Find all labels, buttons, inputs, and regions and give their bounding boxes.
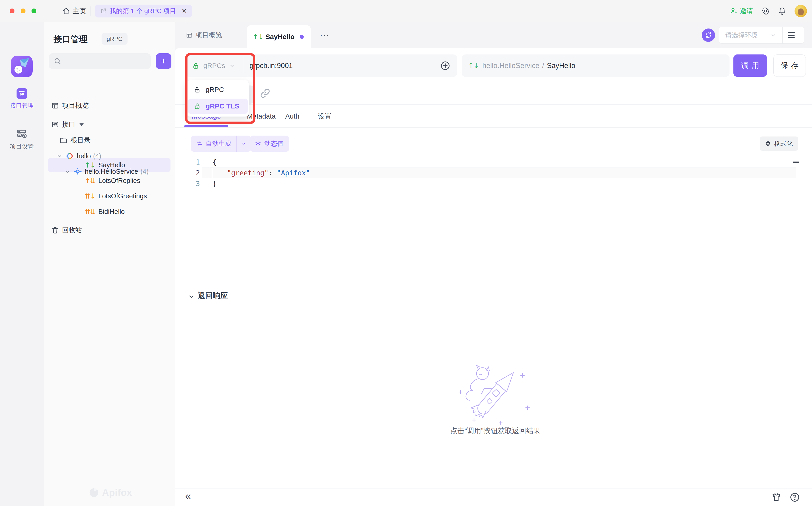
- circle-plus-icon[interactable]: [440, 61, 450, 71]
- tabs-more-button[interactable]: ···: [320, 22, 330, 48]
- add-api-button[interactable]: +: [156, 53, 171, 69]
- overview-grid-icon: [51, 102, 59, 110]
- trash-icon: [51, 226, 59, 234]
- main-area: 项目概览 ↑↓ SayHello ··· 请选择环境: [175, 22, 812, 506]
- notifications-bell-icon[interactable]: [778, 7, 786, 15]
- overview-grid-icon: [186, 32, 193, 38]
- rail-label-project-settings: 项目设置: [0, 143, 43, 151]
- save-button[interactable]: 保存: [774, 55, 806, 77]
- lock-icon: [194, 102, 201, 110]
- unary-arrows-icon: ↑↓: [468, 62, 479, 70]
- sidebar-item-project-overview[interactable]: 项目概览: [51, 99, 89, 113]
- user-avatar[interactable]: [795, 5, 807, 17]
- window-zoom-button[interactable]: [31, 8, 36, 13]
- app-rail: 接口管理 项目设置: [0, 22, 43, 506]
- response-section-title: 返回响应: [198, 290, 228, 301]
- path-slash: /: [542, 62, 544, 70]
- req-tab-settings[interactable]: 设置: [316, 107, 333, 125]
- sidebar-item-apis[interactable]: 接口: [51, 117, 84, 132]
- search-input[interactable]: [49, 53, 151, 69]
- text-cursor: [212, 168, 212, 178]
- tree-row-method-bidihello[interactable]: ⇈⇊ BidiHello: [85, 204, 125, 219]
- req-tab-auth[interactable]: Auth: [284, 107, 300, 125]
- rail-label-api-management: 接口管理: [0, 101, 43, 110]
- collapse-sidebar-icon[interactable]: «: [185, 490, 191, 502]
- trash-label: 回收站: [62, 226, 82, 235]
- sidebar-item-trash[interactable]: 回收站: [51, 223, 82, 237]
- client-streaming-arrows-icon: ⇈↓: [85, 192, 95, 200]
- format-button[interactable]: 格式化: [760, 137, 798, 151]
- titlebar: 主页 我的第 1 个 gRPC 项目 ✕ 邀请: [0, 0, 812, 22]
- tree-row-method-lotsofgreetings[interactable]: ⇈↓ LotsOfGreetings: [85, 189, 147, 203]
- tab-sayhello-active[interactable]: ↑↓ SayHello: [247, 25, 310, 48]
- autogenerate-button[interactable]: 自动生成: [191, 136, 251, 152]
- protocol-dropdown-trigger[interactable]: gRPCs: [185, 62, 243, 70]
- unsaved-dot: [300, 35, 304, 39]
- protocol-value: gRPCs: [203, 62, 225, 70]
- dropdown-option-grpc-tls[interactable]: gRPC TLS: [188, 99, 248, 114]
- invite-button[interactable]: 邀请: [730, 6, 753, 16]
- collapse-chevron-icon[interactable]: [188, 293, 195, 300]
- expand-chevron-icon[interactable]: [57, 153, 63, 159]
- root-folder-label: 根目录: [71, 136, 91, 145]
- project-tab[interactable]: 我的第 1 个 gRPC 项目 ✕: [95, 5, 192, 17]
- window-close-button[interactable]: [10, 8, 14, 13]
- service-method-field[interactable]: ↑↓ hello.HelloService / SayHello: [462, 55, 729, 77]
- line-number: 3: [187, 178, 200, 189]
- sync-button[interactable]: [702, 28, 715, 42]
- home-icon: [63, 7, 70, 15]
- search-icon: [54, 58, 61, 65]
- unary-arrows-icon: ↑↓: [253, 33, 263, 41]
- chevron-down-icon[interactable]: [237, 141, 251, 146]
- refresh-icon: [705, 31, 712, 39]
- line-number-active: 2: [187, 168, 200, 178]
- loop-arrows-icon: [195, 140, 203, 147]
- protocol-badge: gRPC: [102, 33, 127, 45]
- lock-icon: [192, 62, 199, 70]
- tree-row-root-folder[interactable]: 根目录: [59, 133, 91, 148]
- settings-gear-icon[interactable]: [761, 7, 770, 15]
- link-chain-icon[interactable]: [260, 88, 270, 98]
- dynamic-value-button[interactable]: 动态值: [250, 136, 289, 152]
- empty-state-illustration: [445, 357, 544, 429]
- expand-chevron-icon[interactable]: [65, 168, 71, 174]
- project-settings-icon: [0, 128, 43, 140]
- method-label: SayHello: [98, 161, 125, 169]
- layout-menu-icon[interactable]: [783, 32, 800, 38]
- chevron-down-icon: [229, 63, 235, 69]
- section-divider: [175, 286, 812, 286]
- apifox-watermark: Apifox: [89, 487, 132, 498]
- invite-person-plus-icon: [730, 7, 737, 15]
- project-tab-title: 我的第 1 个 gRPC 项目: [110, 7, 176, 15]
- method-label: BidiHello: [98, 208, 124, 216]
- rail-item-project-settings[interactable]: 项目设置: [0, 128, 43, 151]
- code-line[interactable]: }: [212, 178, 217, 189]
- theme-tshirt-icon[interactable]: [771, 492, 782, 503]
- tab-project-overview[interactable]: 项目概览: [186, 22, 222, 48]
- code-line[interactable]: {: [212, 157, 217, 168]
- code-line[interactable]: "greeting": "Apifox": [227, 168, 310, 178]
- tab-label: SayHello: [265, 33, 294, 41]
- invite-label: 邀请: [740, 6, 753, 16]
- method-label: LotsOfReplies: [98, 177, 140, 184]
- req-tab-metadata[interactable]: Metadata: [245, 107, 277, 125]
- editor-scrollbar-track[interactable]: [796, 155, 796, 279]
- invoke-button[interactable]: 调用: [733, 55, 767, 77]
- tree-row-method-sayhello[interactable]: ↑↓ SayHello: [85, 158, 125, 172]
- help-icon[interactable]: [790, 492, 800, 503]
- rail-item-api-management[interactable]: 接口管理: [0, 88, 43, 110]
- dropdown-option-grpc[interactable]: gRPC: [188, 82, 248, 97]
- environment-placeholder: 请选择环境: [725, 31, 757, 39]
- editor-scrollbar-thumb[interactable]: [793, 162, 799, 163]
- window-minimize-button[interactable]: [21, 8, 25, 13]
- app-logo[interactable]: [11, 56, 33, 77]
- environment-select[interactable]: 请选择环境: [719, 27, 804, 44]
- project-tab-close-icon[interactable]: ✕: [182, 7, 187, 15]
- server-url-input[interactable]: grpcb.in:9001: [250, 62, 440, 70]
- home-label: 主页: [73, 6, 86, 16]
- tree-row-method-lotsofreplies[interactable]: ↑⇊ LotsOfReplies: [85, 173, 140, 188]
- apis-caret-icon: [80, 123, 84, 126]
- apis-label: 接口: [62, 120, 75, 129]
- home-button[interactable]: 主页: [63, 0, 86, 22]
- empty-state-hint: 点击“调用”按钮获取返回结果: [424, 426, 567, 436]
